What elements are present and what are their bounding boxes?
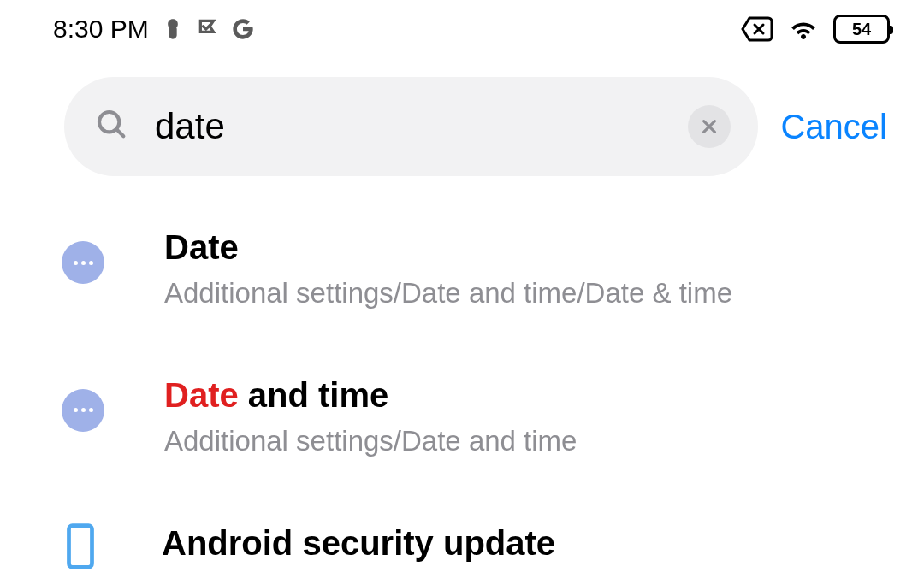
- close-box-icon: [741, 16, 773, 42]
- wifi-icon: [787, 16, 820, 42]
- search-icon: [95, 108, 129, 145]
- status-time: 8:30 PM: [53, 15, 149, 44]
- results-list: Date Additional settings/Date and time/D…: [0, 176, 924, 571]
- status-bar: 8:30 PM: [0, 0, 924, 51]
- tulip-icon: [161, 17, 185, 41]
- result-content: Date and time Additional settings/Date a…: [164, 374, 890, 460]
- result-title: Android security update: [162, 522, 890, 564]
- clear-button[interactable]: [688, 105, 731, 148]
- checkmark-flag-icon: [197, 18, 219, 40]
- result-item-android-security-update[interactable]: Android security update: [62, 522, 890, 571]
- result-content: Android security update: [162, 522, 890, 571]
- more-dots-icon: [62, 241, 104, 284]
- phone-icon: [59, 525, 102, 568]
- result-path: Additional settings/Date and time: [164, 423, 890, 460]
- search-row: Cancel: [0, 51, 924, 176]
- search-input[interactable]: [155, 106, 688, 147]
- status-right: 54: [741, 15, 890, 44]
- result-title: Date: [164, 226, 890, 268]
- result-path: Additional settings/Date and time/Date &…: [164, 275, 890, 312]
- battery-indicator: 54: [833, 15, 890, 44]
- svg-rect-1: [69, 525, 92, 567]
- cancel-button[interactable]: Cancel: [780, 108, 894, 146]
- result-title: Date and time: [164, 374, 890, 416]
- close-icon: [700, 117, 719, 136]
- result-content: Date Additional settings/Date and time/D…: [164, 226, 890, 312]
- google-g-icon: [231, 17, 255, 41]
- result-item-date[interactable]: Date Additional settings/Date and time/D…: [62, 226, 890, 312]
- more-dots-icon: [62, 389, 104, 432]
- result-item-date-and-time[interactable]: Date and time Additional settings/Date a…: [62, 374, 890, 460]
- battery-level: 54: [852, 20, 871, 39]
- status-left: 8:30 PM: [53, 15, 255, 44]
- search-box[interactable]: [64, 77, 758, 176]
